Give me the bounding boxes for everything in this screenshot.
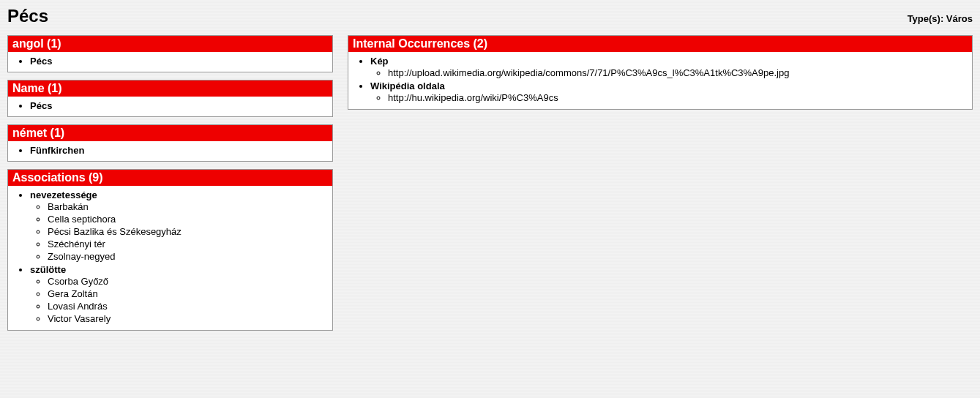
panel-body: Fünfkirchen <box>8 141 332 161</box>
panel-header: angol (1) <box>8 36 332 52</box>
list-item: Pécs <box>30 100 328 112</box>
sub-list: http://upload.wikimedia.org/wikipedia/co… <box>370 67 968 79</box>
sub-list-item: Széchényi tér <box>48 238 328 250</box>
type-value: Város <box>946 13 973 24</box>
list-item-label: Pécs <box>30 56 52 67</box>
sub-list-item: Lovasi András <box>48 300 328 312</box>
panel-body: nevezetességeBarbakánCella septichoraPéc… <box>8 186 332 330</box>
list-item: szülötteCsorba GyőzőGera ZoltánLovasi An… <box>30 263 328 326</box>
list-item-label: Pécs <box>30 100 52 111</box>
item-list: Képhttp://upload.wikimedia.org/wikipedia… <box>353 55 968 105</box>
page-title: Pécs <box>7 6 48 26</box>
sub-list-item: http://upload.wikimedia.org/wikipedia/co… <box>388 67 968 79</box>
item-list: nevezetességeBarbakánCella septichoraPéc… <box>12 189 328 326</box>
list-item-label: Wikipédia oldala <box>370 80 445 91</box>
sub-list-item: Cella septichora <box>48 213 328 225</box>
sub-list: Csorba GyőzőGera ZoltánLovasi AndrásVict… <box>30 275 328 325</box>
list-item-label: szülötte <box>30 264 66 275</box>
sub-list-item: Barbakán <box>48 200 328 213</box>
columns: angol (1)PécsName (1)Pécsnémet (1)Fünfki… <box>7 35 973 338</box>
list-item-label: Kép <box>370 56 389 67</box>
col-left: angol (1)PécsName (1)Pécsnémet (1)Fünfki… <box>7 35 333 338</box>
list-item-label: nevezetessége <box>30 189 97 200</box>
item-list: Fünfkirchen <box>12 144 328 157</box>
item-list: Pécs <box>12 100 328 112</box>
sub-list: BarbakánCella septichoraPécsi Bazlika és… <box>30 200 328 263</box>
type-label: Type(s): <box>908 13 944 24</box>
panel-body: Képhttp://upload.wikimedia.org/wikipedia… <box>348 52 972 109</box>
list-item: Pécs <box>30 55 328 67</box>
panel: angol (1)Pécs <box>7 35 333 72</box>
panel-header: német (1) <box>8 125 332 141</box>
panel: Internal Occurrences (2)Képhttp://upload… <box>348 35 973 110</box>
list-item: Képhttp://upload.wikimedia.org/wikipedia… <box>370 55 968 80</box>
panel-header: Internal Occurrences (2) <box>348 36 972 52</box>
list-item: nevezetességeBarbakánCella septichoraPéc… <box>30 189 328 263</box>
list-item-label: Fünfkirchen <box>30 145 84 156</box>
panel: Name (1)Pécs <box>7 80 333 117</box>
panel-header: Name (1) <box>8 80 332 97</box>
sub-list-item: Pécsi Bazlika és Székesegyház <box>48 225 328 238</box>
type-line: Type(s): Város <box>908 13 973 24</box>
panel: Associations (9)nevezetességeBarbakánCel… <box>7 169 333 331</box>
panel-body: Pécs <box>8 97 332 116</box>
list-item: Wikipédia oldalahttp://hu.wikipedia.org/… <box>370 80 968 105</box>
header-row: Pécs Type(s): Város <box>7 6 973 26</box>
sub-list-item: Zsolnay-negyed <box>48 250 328 263</box>
item-list: Pécs <box>12 55 328 67</box>
sub-list: http://hu.wikipedia.org/wiki/P%C3%A9cs <box>370 91 968 104</box>
col-right: Internal Occurrences (2)Képhttp://upload… <box>348 35 973 117</box>
panel: német (1)Fünfkirchen <box>7 124 333 162</box>
panel-header: Associations (9) <box>8 170 332 186</box>
sub-list-item: Csorba Győző <box>48 275 328 288</box>
list-item: Fünfkirchen <box>30 144 328 157</box>
sub-list-item: Victor Vasarely <box>48 312 328 325</box>
panel-body: Pécs <box>8 52 332 72</box>
sub-list-item: Gera Zoltán <box>48 288 328 300</box>
sub-list-item: http://hu.wikipedia.org/wiki/P%C3%A9cs <box>388 91 968 104</box>
